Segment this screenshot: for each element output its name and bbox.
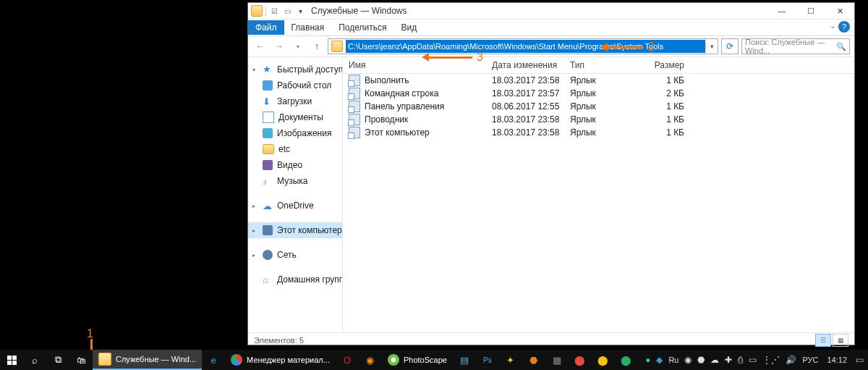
app-icon[interactable]: ⬣ <box>522 350 545 370</box>
onedrive-tray-icon[interactable]: ☁ <box>710 355 719 365</box>
maximize-button[interactable]: ☐ <box>796 3 825 19</box>
ribbon-expand-icon[interactable]: ⌄ <box>830 22 835 30</box>
tab-share[interactable]: Поделиться <box>331 20 393 35</box>
nav-downloads[interactable]: ⬇Загрузки <box>248 93 342 109</box>
taskbar-app-chrome[interactable]: Менеджер материал... <box>225 350 336 370</box>
nav-quick-access[interactable]: ▾★Быстрый доступ <box>248 62 342 77</box>
tab-view[interactable]: Вид <box>393 20 424 35</box>
properties-icon[interactable]: ☑ <box>269 6 279 16</box>
taskbar[interactable]: ⌕ ⧉ 🛍 Служебные — Wind... e Менеджер мат… <box>0 350 868 370</box>
col-type[interactable]: Тип <box>564 60 635 70</box>
tab-file[interactable]: Файл <box>248 20 284 35</box>
file-date: 18.03.2017 23:58 <box>486 75 564 85</box>
file-size: 1 КБ <box>635 75 690 85</box>
file-row[interactable]: Проводник18.03.2017 23:58Ярлык1 КБ <box>343 113 854 126</box>
lang-indicator[interactable]: Ru <box>668 356 678 364</box>
col-date[interactable]: Дата изменения <box>486 60 564 70</box>
navigation-pane[interactable]: ▾★Быстрый доступ Рабочий стол ⬇Загрузки … <box>248 57 343 332</box>
refresh-button[interactable]: ⟳ <box>721 38 739 54</box>
start-button[interactable] <box>0 350 23 370</box>
pictures-icon <box>263 128 273 138</box>
tray-icon[interactable]: ⎙ <box>738 355 743 365</box>
app-icon[interactable]: ▦ <box>545 350 569 370</box>
col-size[interactable]: Размер <box>635 60 690 70</box>
app-icon[interactable]: ⬤ <box>615 350 638 370</box>
nav-documents[interactable]: Документы <box>248 109 342 125</box>
window-controls: — ☐ ✕ <box>767 3 854 19</box>
shortcut-icon <box>349 88 360 99</box>
folder-icon <box>98 353 111 366</box>
content-pane: Имя Дата изменения Тип Размер 3 Выполнит… <box>343 57 854 332</box>
tray-icon[interactable]: ◆ <box>656 355 663 365</box>
file-row[interactable]: Командная строка18.03.2017 23:57Ярлык2 К… <box>343 87 854 100</box>
qat-dropdown-icon[interactable]: ▾ <box>295 6 305 16</box>
minimize-button[interactable]: — <box>767 3 796 19</box>
file-type: Ярлык <box>564 114 635 125</box>
nav-this-pc[interactable]: ▸Этот компьютер <box>248 222 342 238</box>
windows-logo-icon <box>7 356 17 365</box>
nav-music[interactable]: ♪Музыка <box>248 173 342 189</box>
clock[interactable]: 14:12 <box>824 356 850 364</box>
address-dropdown-icon[interactable]: ▾ <box>705 43 718 50</box>
explorer-body: ▾★Быстрый доступ Рабочий стол ⬇Загрузки … <box>248 57 854 332</box>
file-row[interactable]: Выполнить18.03.2017 23:58Ярлык1 КБ <box>343 74 854 87</box>
store-button[interactable]: 🛍 <box>69 350 93 370</box>
nav-homegroup[interactable]: ⌂Домашняя группа <box>248 272 342 287</box>
nav-pictures[interactable]: Изображения <box>248 125 342 141</box>
app-icon[interactable]: ✦ <box>499 350 522 370</box>
tray-icon[interactable]: ⬣ <box>697 355 705 365</box>
icons-view-button[interactable]: ▦ <box>833 334 848 347</box>
opera-button[interactable]: O <box>336 350 359 370</box>
nav-forward-button[interactable]: → <box>271 38 287 54</box>
chevron-right-icon[interactable]: ▸ <box>252 203 255 209</box>
tray-icon[interactable]: ✚ <box>725 355 732 365</box>
chevron-right-icon[interactable]: ▸ <box>252 252 255 258</box>
app-icon[interactable]: ⬤ <box>592 350 615 370</box>
edge-button[interactable]: e <box>202 350 225 370</box>
firefox-button[interactable]: ◉ <box>359 350 382 370</box>
nav-back-button[interactable]: ← <box>252 38 268 54</box>
new-folder-icon[interactable]: ▭ <box>282 6 292 16</box>
address-bar[interactable]: C:\Users\jeanz\AppData\Roaming\Microsoft… <box>328 38 718 54</box>
nav-onedrive[interactable]: ▸☁OneDrive <box>248 198 342 214</box>
file-row[interactable]: Панель управления08.06.2017 12:55Ярлык1 … <box>343 100 854 113</box>
desktop-icon <box>263 80 273 91</box>
search-box[interactable]: Поиск: Служебные — Wind... 🔍 <box>741 38 850 54</box>
tray-icon[interactable]: ● <box>645 355 650 365</box>
nav-etc[interactable]: etc <box>248 141 342 157</box>
chevron-right-icon[interactable]: ▸ <box>252 227 255 234</box>
titlebar[interactable]: ☑ ▭ ▾ Служебные — Windows — ☐ ✕ <box>248 3 854 20</box>
battery-icon[interactable]: ▭ <box>749 355 757 365</box>
help-icon[interactable]: ? <box>838 21 850 33</box>
window-title: Служебные — Windows <box>308 6 767 16</box>
close-button[interactable]: ✕ <box>825 3 854 19</box>
nav-up-button[interactable]: ↑ <box>309 38 325 54</box>
file-row[interactable]: Этот компьютер18.03.2017 23:58Ярлык1 КБ <box>343 126 854 139</box>
nav-videos[interactable]: Видео <box>248 157 342 173</box>
nav-history-dropdown[interactable]: ▾ <box>290 38 306 54</box>
volume-icon[interactable]: 🔊 <box>786 355 796 365</box>
wifi-icon[interactable]: ⋮⋰ <box>762 355 780 365</box>
quick-access-toolbar: ☑ ▭ ▾ <box>248 5 308 17</box>
chevron-down-icon[interactable]: ▾ <box>252 67 255 73</box>
task-view-button[interactable]: ⧉ <box>46 350 69 370</box>
details-view-button[interactable]: ☰ <box>815 334 831 347</box>
tab-home[interactable]: Главная <box>284 20 332 35</box>
folder-icon <box>331 41 343 52</box>
language-button[interactable]: РУС <box>802 356 818 364</box>
nav-network[interactable]: ▸Сеть <box>248 247 342 263</box>
tray-icon[interactable]: ◉ <box>684 355 692 365</box>
column-headers: Имя Дата изменения Тип Размер <box>343 57 854 74</box>
col-name[interactable]: Имя <box>343 60 486 70</box>
address-path[interactable]: C:\Users\jeanz\AppData\Roaming\Microsoft… <box>346 40 705 53</box>
file-explorer-window: ☑ ▭ ▾ Служебные — Windows — ☐ ✕ Файл Гла… <box>247 2 855 345</box>
app-icon[interactable]: ⬤ <box>569 350 592 370</box>
search-button[interactable]: ⌕ <box>23 350 46 370</box>
file-list[interactable]: 3 Выполнить18.03.2017 23:58Ярлык1 КБКома… <box>343 74 854 332</box>
nav-desktop[interactable]: Рабочий стол <box>248 77 342 93</box>
app-icon[interactable]: ▤ <box>453 350 476 370</box>
photoshop-button[interactable]: Ps <box>476 350 499 370</box>
taskbar-app-explorer[interactable]: Служебные — Wind... <box>93 350 202 370</box>
taskbar-app-photoscape[interactable]: PhotoScape <box>382 350 453 370</box>
action-center-button[interactable]: ▭ <box>856 355 864 365</box>
